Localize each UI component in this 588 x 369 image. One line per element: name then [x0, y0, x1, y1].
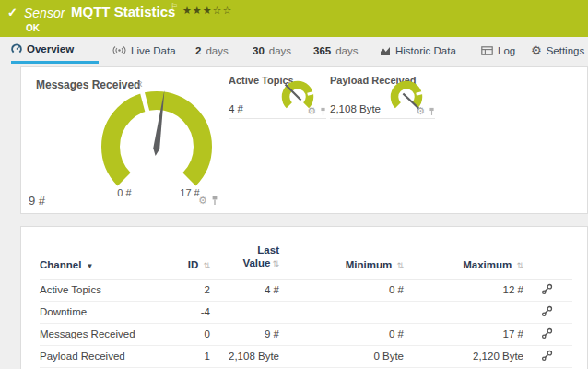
- column-header-channel[interactable]: Channel ▼: [40, 259, 169, 270]
- column-header-minimum[interactable]: Minimum ⇅: [279, 259, 404, 270]
- channel-settings-wrench-icon[interactable]: [541, 305, 553, 317]
- gauge-gear-icon[interactable]: ⚙: [198, 196, 207, 206]
- table-row: Payload Received 1 2,108 Byte 0 Byte 2,1…: [40, 346, 572, 368]
- status-ok-check-icon: ✓: [7, 6, 18, 19]
- cell-minimum: 0 #: [279, 328, 404, 339]
- mini-gauge-value: 4 #: [229, 103, 243, 114]
- gauge-average-label: x̄: [138, 79, 143, 89]
- cell-minimum: 0 #: [279, 284, 404, 295]
- cell-maximum: 12 #: [404, 284, 523, 295]
- tab-live-data-label: Live Data: [131, 45, 176, 56]
- column-header-last-value[interactable]: Last Value⇅: [210, 244, 279, 270]
- tab-2-days[interactable]: 2 days: [195, 37, 229, 64]
- gauge-average-notch: [308, 92, 315, 94]
- channel-settings-wrench-icon[interactable]: [541, 327, 553, 339]
- priority-stars-rating[interactable]: ★★★☆☆: [182, 5, 232, 17]
- channel-table-panel: Channel ▼ ID ⇅ Last Value⇅ Minimum ⇅ Max…: [20, 226, 588, 369]
- object-kind-label: Sensor: [24, 6, 65, 20]
- cell-id: -4: [169, 306, 210, 317]
- mini-gauge-value: 2,108 Byte: [330, 103, 381, 114]
- live-signal-icon: [112, 45, 126, 55]
- historic-chart-icon: [380, 46, 391, 55]
- messages-received-gauge: x̄: [69, 77, 244, 215]
- channel-settings-wrench-icon[interactable]: [541, 283, 553, 295]
- table-row: Active Topics 2 4 # 0 # 12 #: [40, 280, 572, 302]
- tab-30-days[interactable]: 30 days: [253, 37, 291, 64]
- cell-id: 0: [169, 328, 210, 339]
- cell-last-value: 4 #: [210, 284, 279, 295]
- tab-historic-data-label: Historic Data: [395, 45, 456, 56]
- gauge-icon: [11, 43, 22, 54]
- cell-id: 1: [169, 351, 210, 362]
- cell-maximum: 2,120 Byte: [404, 351, 523, 362]
- cell-channel: Downtime: [40, 306, 169, 317]
- tab-settings[interactable]: ⚙ Settings: [531, 37, 584, 64]
- tab-365-days[interactable]: 365 days: [313, 37, 358, 64]
- sort-icon: ⇅: [396, 261, 404, 270]
- table-header-row: Channel ▼ ID ⇅ Last Value⇅ Minimum ⇅ Max…: [40, 244, 572, 280]
- cell-channel: Active Topics: [40, 284, 169, 295]
- tab-log[interactable]: Log: [481, 37, 515, 64]
- tab-log-label: Log: [498, 45, 515, 56]
- channel-table: Channel ▼ ID ⇅ Last Value⇅ Minimum ⇅ Max…: [21, 244, 587, 368]
- sorted-desc-icon: ▼: [87, 262, 94, 270]
- gauge-pin-icon[interactable]: [211, 196, 218, 206]
- cell-last-value: 2,108 Byte: [210, 351, 279, 362]
- mini-gauge-gear-icon[interactable]: ⚙: [307, 106, 316, 116]
- sensor-title: MQTT Statistics: [71, 4, 175, 19]
- channel-settings-wrench-icon[interactable]: [541, 350, 553, 362]
- mini-gauge-active-topics: Active Topics 4 # ⚙: [229, 73, 326, 119]
- gauge-current-value: 9 #: [29, 194, 45, 208]
- cell-channel: Messages Received: [40, 328, 169, 339]
- tab-overview-label: Overview: [27, 43, 74, 54]
- cell-channel: Payload Received: [40, 351, 169, 362]
- gauge-average-notch: [417, 92, 424, 94]
- priority-flag-icon[interactable]: ⚐: [171, 2, 178, 11]
- log-list-icon: [481, 46, 493, 55]
- tab-bar: Overview Live Data 2 days 30 days 365 da…: [0, 37, 588, 65]
- sensor-status-text: OK: [26, 23, 40, 33]
- tab-live-data[interactable]: Live Data: [112, 37, 176, 64]
- cell-id: 2: [169, 284, 210, 295]
- tab-overview[interactable]: Overview: [11, 37, 99, 64]
- cell-last-value: 9 #: [210, 328, 279, 339]
- tab-historic-data[interactable]: Historic Data: [380, 37, 456, 64]
- gear-icon: ⚙: [531, 44, 542, 56]
- column-header-id[interactable]: ID ⇅: [169, 259, 210, 270]
- sort-icon: ⇅: [272, 259, 279, 268]
- table-row: Messages Received 0 9 # 0 # 17 #: [40, 324, 572, 346]
- sort-icon: ⇅: [516, 261, 523, 270]
- table-row: Downtime -4: [40, 302, 572, 324]
- gauge-scale-min: 0 #: [106, 187, 143, 198]
- cell-maximum: 17 #: [404, 328, 523, 339]
- sort-icon: ⇅: [203, 261, 210, 270]
- mini-gauge-pin-icon[interactable]: [429, 107, 435, 116]
- cell-minimum: 0 Byte: [279, 351, 404, 362]
- column-header-maximum[interactable]: Maximum ⇅: [404, 259, 523, 270]
- sensor-status-bar: ✓ Sensor MQTT Statistics ⚐ ★★★☆☆ OK: [0, 0, 588, 37]
- mini-gauge-pin-icon[interactable]: [320, 107, 326, 116]
- mini-gauge-payload-received: Payload Received 2,108 Byte ⚙: [330, 73, 435, 119]
- overview-gauges-panel: Messages Received x̄ 0 # 17 # 9 # ⚙ Acti…: [20, 66, 588, 214]
- mini-gauge-gear-icon[interactable]: ⚙: [416, 106, 425, 116]
- tab-settings-label: Settings: [547, 45, 585, 56]
